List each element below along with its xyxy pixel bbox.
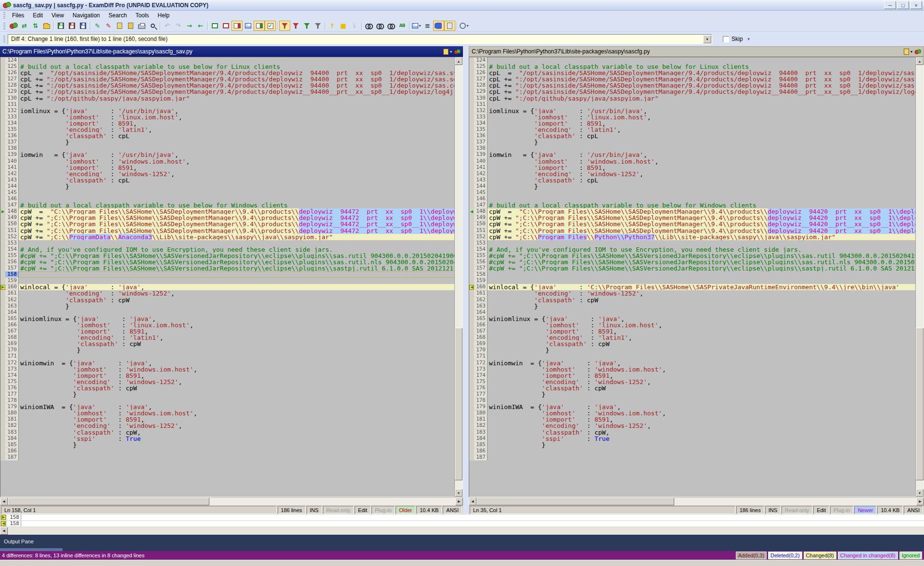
- previous-difference-button[interactable]: ↑: [327, 21, 338, 31]
- use-text-editor-button[interactable]: [444, 21, 455, 31]
- chevron-down-icon[interactable]: ▾: [747, 37, 750, 41]
- code-line-139[interactable]: 139iomwin = {'java' : '/usr/bin/java',: [469, 152, 915, 158]
- code-line-134[interactable]: 134 'iomport' : 8591,: [469, 120, 915, 127]
- code-line-169[interactable]: 169 'classpath' : cpW: [0, 341, 454, 347]
- code-line-126[interactable]: 126cpL = "/opt/sasinside/SASHome/SASDepl…: [0, 70, 454, 76]
- code-line-150[interactable]: 150cpW += ";C:\\Program Files\\SASHome\\…: [469, 221, 915, 227]
- compare-files-button[interactable]: [8, 21, 19, 31]
- code-line-139[interactable]: 139iomwin = {'java' : '/usr/bin/java',: [0, 152, 454, 158]
- scrollbar-thumb[interactable]: [455, 328, 462, 480]
- code-line-151[interactable]: 151cpW += ";C:\\Program Files\\SASHome\\…: [0, 228, 454, 234]
- code-line-130[interactable]: 130cpL += ":/opt/github/saspy/java/saspy…: [0, 95, 454, 102]
- scrollbar-thumb[interactable]: [916, 328, 924, 480]
- scrollbar-thumb[interactable]: [8, 498, 209, 505]
- code-line-176[interactable]: 176 'classpath' : cpW: [469, 385, 915, 391]
- chevron-down-icon[interactable]: ▾: [450, 50, 452, 54]
- code-line-163[interactable]: 163 }: [469, 303, 915, 309]
- code-line-174[interactable]: 174 'iomport' : 8591,: [469, 373, 915, 379]
- code-line-152[interactable]: 152cpW += ";C:\\ProgramData\\Anaconda3\\…: [0, 234, 454, 240]
- code-line-127[interactable]: 127cpL += ":/opt/sasinside/SASHome/SASDe…: [469, 76, 915, 82]
- code-line-186[interactable]: 186: [0, 448, 454, 454]
- code-line-184[interactable]: 184 'sspi' : True: [0, 436, 454, 442]
- show-deleted-blocks-button[interactable]: [290, 21, 301, 31]
- open-files-button[interactable]: [41, 21, 52, 31]
- code-line-154[interactable]: 154# And, if you've configured IOM to us…: [0, 246, 454, 253]
- scroll-down-icon[interactable]: ▼: [455, 489, 462, 497]
- code-line-147[interactable]: 147# build out a local classpath variabl…: [0, 202, 454, 208]
- scrollbar-thumb[interactable]: [476, 498, 674, 505]
- chevron-down-icon[interactable]: ▾: [911, 50, 912, 54]
- show-differences-only-button[interactable]: ✓: [265, 21, 276, 31]
- code-line-128[interactable]: 128cpL += ":/opt/sasinside/SASHome/SASDe…: [469, 82, 915, 89]
- code-line-167[interactable]: 167 'iomport' : 8591,: [0, 328, 454, 334]
- code-line-187[interactable]: 187: [469, 454, 915, 461]
- menu-view[interactable]: View: [47, 11, 68, 20]
- find-button[interactable]: [363, 21, 374, 31]
- code-line-168[interactable]: 168 'encoding' : 'latin1',: [0, 334, 454, 341]
- second-file-vertical-scrollbar[interactable]: ▲ ▼: [915, 57, 924, 497]
- copy-path-icon[interactable]: [443, 49, 449, 55]
- save-second-file-button[interactable]: [66, 21, 77, 31]
- code-line-144[interactable]: 144 }: [469, 183, 915, 190]
- scroll-right-icon[interactable]: ▶: [455, 498, 463, 505]
- code-line-178[interactable]: 178: [0, 398, 454, 404]
- code-line-143[interactable]: 143 'classpath' : cpL: [0, 177, 454, 183]
- code-line-135[interactable]: 135 'encoding' : 'latin1',: [469, 127, 915, 133]
- copy-path-icon[interactable]: [904, 49, 909, 55]
- code-line-175[interactable]: 175 'encoding' : 'windows-1252',: [469, 379, 915, 385]
- code-line-150[interactable]: 150cpW += ";C:\\Program Files\\SASHome\\…: [0, 221, 454, 227]
- edit-indicator[interactable]: Edit: [355, 506, 371, 514]
- view-first-file-button[interactable]: [114, 21, 125, 31]
- code-line-155[interactable]: 155#cpW += ";C:\\Program Files\\SASHome\…: [469, 253, 915, 259]
- code-line-169[interactable]: 169 'classpath' : cpW: [469, 341, 915, 347]
- code-line-130[interactable]: 130cpL += ":/opt/github/saspy/java/saspy…: [469, 95, 915, 102]
- toolbar-grip[interactable]: [3, 12, 5, 19]
- edit-second-file-button[interactable]: ✎: [103, 21, 114, 31]
- code-line-138[interactable]: 138: [0, 145, 454, 152]
- second-file-path-header[interactable]: C:\Program Files\Python\Python37\Lib\sit…: [469, 46, 924, 57]
- code-line-136[interactable]: 136 'classpath' : cpL: [469, 133, 915, 139]
- code-line-182[interactable]: 182 'encoding' : 'windows-1252',: [469, 423, 915, 429]
- code-line-153[interactable]: 153: [0, 240, 454, 246]
- code-line-162[interactable]: 162 'classpath' : cpW: [0, 297, 454, 303]
- refresh-files-button[interactable]: ⇅: [30, 21, 41, 31]
- code-line-177[interactable]: 177 }: [469, 391, 915, 398]
- code-line-183[interactable]: 183 'classpath' : cpW,: [0, 429, 454, 436]
- code-line-161[interactable]: 161 'encoding' : 'windows-1252',: [0, 290, 454, 296]
- output-tab-indicator[interactable]: [0, 548, 63, 551]
- diff-arrow-icon[interactable]: ▶: [1, 210, 4, 214]
- code-line-186[interactable]: 186: [469, 448, 915, 454]
- code-line-160[interactable]: ▶160winlocal = {'java' : 'java',: [0, 284, 454, 290]
- code-line-131[interactable]: 131: [469, 102, 915, 108]
- copy-block-right-button[interactable]: →: [184, 21, 195, 31]
- code-line-172[interactable]: 172winiomwin = {'java' : 'java',: [469, 360, 915, 366]
- code-line-187[interactable]: 187: [0, 454, 454, 461]
- pane-splitter[interactable]: [463, 46, 469, 515]
- diff-arrow-icon[interactable]: ◀: [470, 210, 473, 214]
- code-line-149[interactable]: 149cpW += ";C:\\Program Files\\SASHome\\…: [469, 215, 915, 221]
- match-case-button[interactable]: AB: [397, 21, 408, 31]
- save-first-file-button[interactable]: [55, 21, 66, 31]
- code-line-171[interactable]: 171: [0, 353, 454, 360]
- recompare-button[interactable]: ⇄: [19, 21, 30, 31]
- code-line-173[interactable]: 173 'iomhost' : 'windows.iom.host',: [469, 366, 915, 373]
- code-line-132[interactable]: 132iomlinux = {'java' : '/usr/bin/java',: [469, 108, 915, 114]
- first-file-editor[interactable]: 124125# build out a local classpath vari…: [0, 57, 463, 497]
- code-line-125[interactable]: 125# build out a local classpath variabl…: [0, 64, 454, 70]
- close-button[interactable]: ×: [910, 1, 922, 9]
- scroll-up-icon[interactable]: ▲: [455, 57, 462, 65]
- code-line-177[interactable]: 177 }: [0, 391, 454, 398]
- code-line-151[interactable]: 151cpW += ";C:\\Program Files\\SASHome\\…: [469, 228, 915, 234]
- code-line-158[interactable]: 158: [469, 271, 915, 278]
- code-line-178[interactable]: 178: [469, 398, 915, 404]
- code-line-157[interactable]: 157#cpW += ";C:\\Program Files\\SASHome\…: [469, 265, 915, 271]
- code-line-174[interactable]: 174 'iomport' : 8591,: [0, 373, 454, 379]
- menu-navigation[interactable]: Navigation: [68, 11, 104, 20]
- line-inspector-row-second[interactable]: ◀158: [0, 521, 924, 527]
- code-line-128[interactable]: 128cpL += ":/opt/sasinside/SASHome/SASDe…: [0, 82, 454, 89]
- scroll-left-icon[interactable]: ◀: [469, 498, 476, 505]
- code-line-153[interactable]: 153: [469, 240, 915, 246]
- code-line-140[interactable]: 140 'iomhost' : 'windows.iom.host',: [0, 158, 454, 165]
- view-second-file-button[interactable]: [125, 21, 136, 31]
- code-line-185[interactable]: 185 }: [0, 442, 454, 448]
